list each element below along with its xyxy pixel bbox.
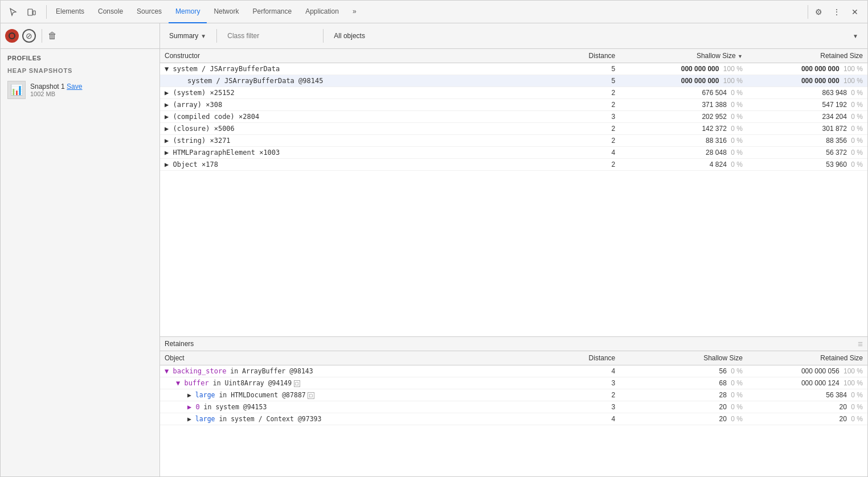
cell-constructor: ▶ (closure) ×5006 [160,123,549,135]
table-row[interactable]: ▶ (closure) ×5006 2 142 372 0 % 301 872 … [160,123,867,135]
ret-cell-object: ▶ large in HTMLDocument @87887 □ [160,389,549,401]
retainers-table-container[interactable]: Object Distance Shallow Size Retained Si… [160,351,867,476]
record-button[interactable] [5,29,19,43]
snapshot-icon: 📊 [7,81,26,99]
table-row[interactable]: ▶ Object ×178 2 4 824 0 % 53 960 0 % [160,159,867,171]
sidebar-divider [42,29,42,43]
cell-distance: 2 [549,123,620,135]
settings-icon[interactable]: ⚙ [810,4,826,20]
cell-shallow: 88 316 0 % [620,135,747,147]
cell-distance: 2 [549,87,620,99]
table-row[interactable]: system / JSArrayBufferData @98145 5 000 … [160,75,867,87]
heap-snapshots-label: HEAP SNAPSHOTS [1,64,159,77]
ret-cell-object: ▼ buffer in Uint8Array @94149 □ [160,377,549,389]
snapshot-size: 1002 MB [30,91,82,97]
cell-retained: 000 000 000 100 % [747,75,867,87]
cell-retained: 547 192 0 % [747,99,867,111]
table-row[interactable]: ▶ (system) ×25152 2 676 504 0 % 863 948 … [160,87,867,99]
device-toolbar-icon[interactable] [23,4,39,20]
snapshot-save-link[interactable]: Save [67,83,82,91]
col-constructor: Constructor [160,49,549,63]
ret-cell-object: ▶ 0 in system @94153 [160,401,549,413]
ret-cell-distance: 4 [549,365,620,377]
svg-rect-0 [28,9,32,15]
tab-memory[interactable]: Memory [169,1,207,23]
tab-performance[interactable]: Performance [245,1,298,23]
cursor-icon[interactable] [5,4,21,20]
cell-distance: 2 [549,135,620,147]
retainers-header: Retainers ☰ [160,336,867,351]
ret-cell-retained: 20 0 % [747,413,867,425]
cell-retained: 56 372 0 % [747,147,867,159]
svg-rect-1 [33,11,35,15]
snapshot-item[interactable]: 📊 Snapshot 1 Save 1002 MB [1,77,159,102]
tab-network[interactable]: Network [207,1,245,23]
sidebar-toolbar: ⊘ 🗑 [1,23,159,49]
ret-cell-distance: 4 [549,413,620,425]
tab-divider-1 [46,5,47,19]
table-row[interactable]: ▶ large in system / Context @97393 4 20 … [160,413,867,425]
tab-bar: Elements Console Sources Memory Network … [1,1,867,23]
cell-constructor: ▶ Object ×178 [160,159,549,171]
cell-constructor: ▶ (system) ×25152 [160,87,549,99]
class-filter-input[interactable] [223,30,317,42]
cell-distance: 4 [549,147,620,159]
tab-elements[interactable]: Elements [49,1,91,23]
table-row[interactable]: ▼ backing_store in ArrayBuffer @98143 4 … [160,365,867,377]
table-row[interactable]: ▶ (string) ×3271 2 88 316 0 % 88 356 0 % [160,135,867,147]
cell-retained: 234 204 0 % [747,111,867,123]
cell-retained: 301 872 0 % [747,123,867,135]
table-row[interactable]: ▼ buffer in Uint8Array @94149 □ 3 68 0 %… [160,377,867,389]
toolbar-divider-2 [323,29,324,43]
table-row[interactable]: ▶ large in HTMLDocument @87887 □ 2 28 0 … [160,389,867,401]
summary-dropdown[interactable]: Summary ▼ [165,30,211,42]
clear-button[interactable]: ⊘ [22,29,36,43]
cell-constructor: system / JSArrayBufferData @98145 [160,75,549,87]
retainers-table-header: Object Distance Shallow Size Retained Si… [160,351,867,365]
ret-col-shallow: Shallow Size [620,351,747,365]
close-icon[interactable]: ✕ [847,4,863,20]
more-options-icon[interactable]: ⋮ [829,4,845,20]
main-table-body: ▼ system / JSArrayBufferData 5 000 000 0… [160,63,867,171]
cell-retained: 000 000 000 100 % [747,63,867,75]
snapshot-name: Snapshot 1 Save [30,83,82,91]
cell-constructor: ▶ (compiled code) ×2804 [160,111,549,123]
sidebar: ⊘ 🗑 Profiles HEAP SNAPSHOTS 📊 Snapshot 1… [1,23,160,476]
trash-button[interactable]: 🗑 [48,31,57,41]
main-table-container[interactable]: Constructor Distance Shallow Size ▼ Reta… [160,49,867,336]
ret-cell-object: ▶ large in system / Context @97393 [160,413,549,425]
ret-cell-object: ▼ backing_store in ArrayBuffer @98143 [160,365,549,377]
cell-distance: 5 [549,63,620,75]
panel: Summary ▼ All objects ▼ Constructor [160,23,867,476]
table-row[interactable]: ▶ HTMLParagraphElement ×1003 4 28 048 0 … [160,147,867,159]
cell-distance: 3 [549,111,620,123]
cell-shallow: 28 048 0 % [620,147,747,159]
cell-retained: 88 356 0 % [747,135,867,147]
ret-cell-shallow: 28 0 % [620,389,747,401]
cell-shallow: 676 504 0 % [620,87,747,99]
ret-cell-shallow: 20 0 % [620,413,747,425]
cell-constructor: ▶ (array) ×308 [160,99,549,111]
panel-toolbar: Summary ▼ All objects ▼ [160,23,867,49]
ret-cell-distance: 2 [549,389,620,401]
tab-sources[interactable]: Sources [130,1,169,23]
retainers-table-body: ▼ backing_store in ArrayBuffer @98143 4 … [160,365,867,425]
all-objects-dropdown[interactable]: All objects ▼ [329,30,863,42]
table-row[interactable]: ▶ (array) ×308 2 371 388 0 % 547 192 0 % [160,99,867,111]
table-row[interactable]: ▶ (compiled code) ×2804 3 202 952 0 % 23… [160,111,867,123]
cell-distance: 2 [549,99,620,111]
ret-cell-retained: 56 384 0 % [747,389,867,401]
profiles-title: Profiles [1,49,159,64]
cell-shallow: 000 000 000 100 % [620,63,747,75]
table-row[interactable]: ▶ 0 in system @94153 3 20 0 % 20 0 % [160,401,867,413]
cell-constructor: ▶ (string) ×3271 [160,135,549,147]
tab-more[interactable]: » [346,1,363,23]
table-row[interactable]: ▼ system / JSArrayBufferData 5 000 000 0… [160,63,867,75]
tab-console[interactable]: Console [91,1,130,23]
tab-divider-2 [808,5,808,19]
cell-shallow: 202 952 0 % [620,111,747,123]
snapshot-info: Snapshot 1 Save 1002 MB [30,83,82,97]
cell-shallow: 000 000 000 100 % [620,75,747,87]
ret-cell-retained: 20 0 % [747,401,867,413]
tab-application[interactable]: Application [298,1,346,23]
